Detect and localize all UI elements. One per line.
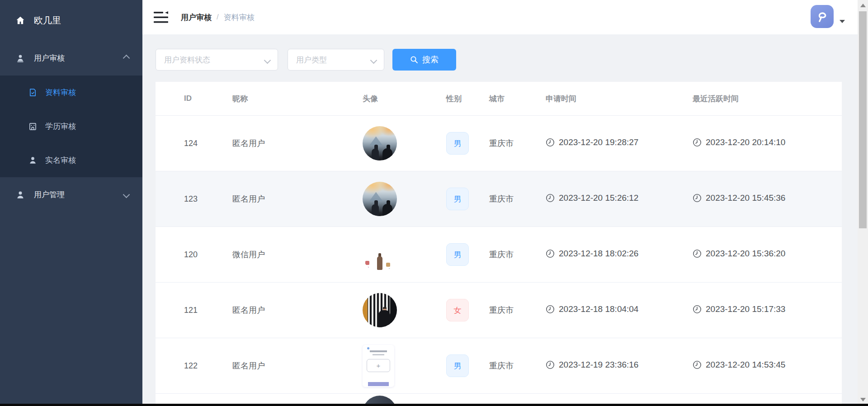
cell-apply-time: 2023-12-20 19:28:27 bbox=[546, 137, 638, 147]
table-row: 120 微信用户 男 重庆市 2023-12-18 18:02:26 2023-… bbox=[156, 227, 842, 283]
filter-bar: 用户资料状态 用户类型 搜索 bbox=[156, 49, 456, 71]
topbar: 用户审核 / 资料审核 bbox=[142, 0, 858, 34]
clock-icon bbox=[546, 360, 555, 369]
search-icon bbox=[410, 56, 418, 64]
home-icon bbox=[15, 15, 25, 25]
table-row: 124 匿名用户 男 重庆市 2023-12-20 19:28:27 2023-… bbox=[156, 116, 842, 171]
profile-status-placeholder: 用户资料状态 bbox=[164, 55, 210, 65]
sidebar-item-profile-audit[interactable]: 资料审核 bbox=[0, 76, 142, 109]
breadcrumb-current: 资料审核 bbox=[224, 12, 255, 23]
audit-table: ID 昵称 头像 性别 城市 申请时间 最近活跃时间 124 匿名用户 bbox=[156, 82, 842, 394]
scrollbar-up-arrow[interactable] bbox=[860, 4, 866, 7]
person-icon bbox=[28, 156, 38, 165]
sidebar-item-realname-audit[interactable]: 实名审核 bbox=[0, 143, 142, 177]
user-type-select[interactable]: 用户类型 bbox=[288, 49, 384, 71]
cell-active-time: 2023-12-20 14:53:45 bbox=[693, 360, 785, 370]
user-audit-icon bbox=[15, 53, 25, 63]
cell-id: 124 bbox=[156, 116, 221, 171]
cell-apply-time: 2023-12-18 18:02:26 bbox=[546, 249, 638, 259]
content-area: 用户资料状态 用户类型 搜索 bbox=[142, 34, 858, 406]
chevron-up-icon bbox=[123, 55, 130, 62]
user-avatar-photo bbox=[363, 182, 397, 216]
sidebar-item-label: 资料审核 bbox=[45, 87, 76, 98]
column-header-id: ID bbox=[156, 82, 221, 116]
cell-city: 重庆市 bbox=[483, 227, 540, 283]
clock-icon bbox=[546, 194, 555, 203]
clock-icon bbox=[546, 305, 555, 314]
profile-status-select[interactable]: 用户资料状态 bbox=[156, 49, 278, 71]
cell-id: 121 bbox=[156, 283, 221, 338]
user-avatar-photo bbox=[363, 237, 397, 272]
search-button-label: 搜索 bbox=[422, 54, 439, 65]
table-header-row: ID 昵称 头像 性别 城市 申请时间 最近活跃时间 bbox=[156, 82, 842, 116]
sidebar-item-label: 实名审核 bbox=[45, 155, 76, 165]
page-scrollbar bbox=[858, 0, 868, 406]
cell-active-time: 2023-12-20 15:45:36 bbox=[693, 193, 785, 203]
sidebar-logo-label: 欧几里 bbox=[34, 14, 61, 27]
cell-nickname: 匿名用户 bbox=[221, 283, 357, 338]
search-button[interactable]: 搜索 bbox=[392, 49, 456, 71]
cell-id: 123 bbox=[156, 171, 221, 227]
table-row: 123 匿名用户 男 重庆市 2023-12-20 15:26:12 2023-… bbox=[156, 171, 842, 227]
column-header-city: 城市 bbox=[483, 82, 540, 116]
cell-active-time: 2023-12-20 15:36:20 bbox=[693, 249, 785, 259]
chevron-down-icon bbox=[123, 191, 130, 198]
chevron-down-icon bbox=[370, 57, 377, 64]
sidebar-item-user-audit[interactable]: 用户审核 bbox=[0, 41, 142, 76]
ribbon-logo-icon bbox=[815, 9, 830, 24]
collapse-sidebar-button[interactable] bbox=[154, 11, 168, 24]
cell-city: 重庆市 bbox=[483, 338, 540, 394]
clock-icon bbox=[693, 194, 702, 203]
gender-badge: 男 bbox=[446, 243, 469, 266]
cell-id: 120 bbox=[156, 227, 221, 283]
chevron-down-icon bbox=[264, 57, 271, 64]
sidebar-logo[interactable]: 欧几里 bbox=[0, 0, 142, 41]
user-avatar-photo bbox=[363, 293, 397, 327]
cell-apply-time: 2023-12-20 15:26:12 bbox=[546, 193, 638, 203]
sidebar-item-user-manage[interactable]: 用户管理 bbox=[0, 177, 142, 212]
breadcrumb-parent[interactable]: 用户审核 bbox=[181, 12, 212, 23]
school-building-icon bbox=[28, 122, 38, 131]
cell-nickname: 匿名用户 bbox=[221, 338, 357, 394]
audit-table-card: ID 昵称 头像 性别 城市 申请时间 最近活跃时间 124 匿名用户 bbox=[156, 82, 842, 406]
user-menu[interactable] bbox=[811, 5, 845, 28]
user-avatar-photo bbox=[363, 345, 394, 387]
sidebar: 欧几里 用户审核 资料审核 学历审核 bbox=[0, 0, 142, 406]
breadcrumb: 用户审核 / 资料审核 bbox=[181, 0, 255, 34]
cell-apply-time: 2023-12-18 18:04:04 bbox=[546, 304, 638, 314]
column-header-nickname: 昵称 bbox=[221, 82, 357, 116]
cell-nickname: 匿名用户 bbox=[221, 171, 357, 227]
column-header-avatar: 头像 bbox=[357, 82, 440, 116]
user-type-placeholder: 用户类型 bbox=[296, 55, 327, 65]
gender-badge: 男 bbox=[446, 188, 469, 210]
clock-icon bbox=[546, 138, 555, 147]
user-avatar-photo bbox=[363, 126, 397, 161]
document-check-icon bbox=[28, 88, 38, 97]
gender-badge: 女 bbox=[446, 299, 469, 321]
column-header-active-time: 最近活跃时间 bbox=[687, 82, 842, 116]
scrollbar-thumb[interactable] bbox=[859, 11, 867, 228]
caret-down-icon[interactable] bbox=[840, 20, 845, 23]
cell-apply-time: 2023-12-19 23:36:16 bbox=[546, 360, 638, 370]
cell-active-time: 2023-12-20 20:14:10 bbox=[693, 137, 785, 147]
cell-nickname: 匿名用户 bbox=[221, 116, 357, 171]
gender-badge: 男 bbox=[446, 132, 469, 155]
clock-icon bbox=[546, 249, 555, 258]
table-row: 121 匿名用户 女 重庆市 2023-12-18 18:04:04 2023-… bbox=[156, 283, 842, 338]
cell-id: 122 bbox=[156, 338, 221, 394]
column-header-apply-time: 申请时间 bbox=[540, 82, 687, 116]
user-avatar[interactable] bbox=[811, 5, 834, 28]
sidebar-item-label: 用户管理 bbox=[34, 189, 65, 200]
sidebar-item-label: 用户审核 bbox=[34, 53, 65, 63]
scrollbar-down-arrow[interactable] bbox=[860, 398, 866, 401]
clock-icon bbox=[693, 249, 702, 258]
sidebar-item-education-audit[interactable]: 学历审核 bbox=[0, 109, 142, 143]
clock-icon bbox=[693, 360, 702, 369]
cell-city: 重庆市 bbox=[483, 283, 540, 338]
sidebar-item-label: 学历审核 bbox=[45, 121, 76, 132]
table-row: 122 匿名用户 男 重庆市 2023-12-19 23:36:16 2023-… bbox=[156, 338, 842, 394]
breadcrumb-separator: / bbox=[217, 13, 219, 22]
gender-badge: 男 bbox=[446, 354, 469, 377]
clock-icon bbox=[693, 138, 702, 147]
window-bottom-edge bbox=[0, 404, 868, 406]
